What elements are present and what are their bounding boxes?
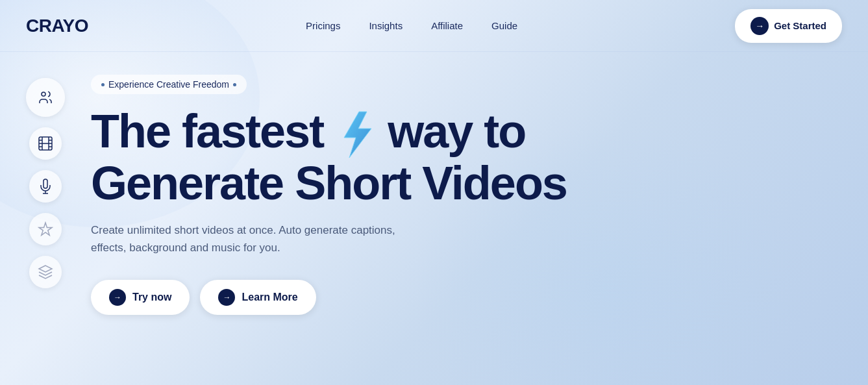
page-wrapper: CRAYO Pricings Insights Affiliate Guide … xyxy=(0,0,868,385)
hero-title-line1: The fastest way to xyxy=(91,105,525,157)
users-icon xyxy=(38,90,53,105)
try-now-label: Try now xyxy=(132,292,171,303)
nav-item-guide[interactable]: Guide xyxy=(480,15,529,36)
layers-icon xyxy=(38,264,53,280)
sidebar-users-icon-circle[interactable] xyxy=(26,78,65,117)
try-now-button[interactable]: → Try now xyxy=(91,280,190,315)
sidebar-mic-icon-circle[interactable] xyxy=(29,170,62,203)
nav-item-pricings[interactable]: Pricings xyxy=(294,15,352,36)
sidebar-icons xyxy=(26,71,65,315)
svg-point-0 xyxy=(42,92,45,96)
cta-buttons: → Try now → Learn More xyxy=(91,280,842,315)
nav-item-insights[interactable]: Insights xyxy=(357,15,414,36)
hero-title-line3: Generate Short Videos xyxy=(91,157,567,209)
badge-dot-right xyxy=(233,83,236,86)
main-content: Experience Creative Freedom The fastest xyxy=(0,52,868,315)
lightning-bolt-icon xyxy=(338,110,373,159)
sparkle-icon xyxy=(38,221,53,237)
sidebar-sparkle-icon-circle[interactable] xyxy=(29,213,62,245)
get-started-arrow-icon: → xyxy=(750,17,769,35)
hero-description: Create unlimited short videos at once. A… xyxy=(91,221,396,256)
logo: CRAYO xyxy=(26,16,88,36)
svg-marker-12 xyxy=(344,112,371,158)
get-started-button[interactable]: → Get Started xyxy=(735,9,842,43)
learn-more-label: Learn More xyxy=(242,292,297,303)
get-started-label: Get Started xyxy=(774,20,826,31)
hero-section: Experience Creative Freedom The fastest xyxy=(91,71,842,315)
sidebar-layers-icon-circle[interactable] xyxy=(29,256,62,288)
nav-item-affiliate[interactable]: Affiliate xyxy=(419,15,475,36)
svg-marker-11 xyxy=(39,266,52,272)
try-now-arrow-icon: → xyxy=(109,289,126,306)
learn-more-arrow-icon: → xyxy=(218,289,235,306)
header: CRAYO Pricings Insights Affiliate Guide … xyxy=(0,0,868,52)
sidebar-film-icon-circle[interactable] xyxy=(29,127,62,160)
hero-badge: Experience Creative Freedom xyxy=(91,75,247,94)
badge-dot-left xyxy=(101,83,105,86)
nav: Pricings Insights Affiliate Guide xyxy=(294,15,529,36)
learn-more-button[interactable]: → Learn More xyxy=(200,280,316,315)
badge-text: Experience Creative Freedom xyxy=(108,79,229,90)
hero-title: The fastest way to Generate xyxy=(91,107,842,208)
mic-icon xyxy=(38,179,53,194)
film-icon xyxy=(38,136,53,151)
